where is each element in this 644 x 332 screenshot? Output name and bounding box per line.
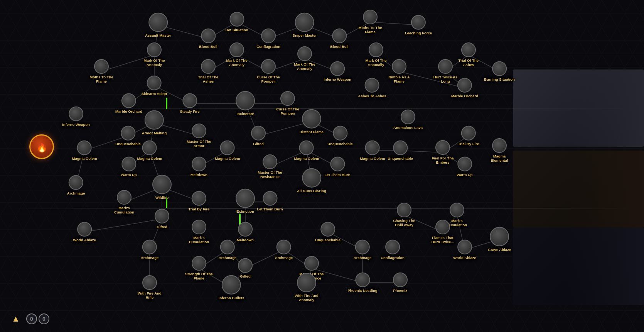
skill-node-moths-to-flame-1[interactable]: Moths To The Flame: [355, 10, 386, 34]
node-circle-magma-golem-2: [142, 141, 157, 155]
skill-node-master-armor[interactable]: Master Of The Armor: [184, 124, 214, 148]
skill-node-hot-situation[interactable]: Hot Situation: [225, 12, 248, 32]
node-label-distant-flame: Distant Flame: [300, 130, 324, 134]
node-circle-marks-cum-3: [450, 203, 464, 217]
skill-node-magma-golem-2[interactable]: Magma Golem: [137, 141, 162, 161]
skill-node-distant-flame[interactable]: Distant Flame: [300, 109, 324, 134]
skill-node-fuel-embers[interactable]: Fuel For The Embers: [427, 140, 458, 165]
skill-node-leeching-force[interactable]: Leeching Force: [405, 15, 432, 35]
node-label-warm-up-2: Warm Up: [457, 173, 472, 177]
skill-node-blood-boil-2[interactable]: Blood Boil: [330, 29, 349, 49]
skill-node-archmage-5[interactable]: Archmage: [354, 240, 371, 260]
class-icon[interactable]: 🔥: [29, 134, 54, 159]
class-points-display: 0 0: [26, 313, 49, 324]
skill-node-magma-golem-1[interactable]: Magma Golem: [72, 141, 97, 161]
skill-node-unquenchable-2[interactable]: Unquenchable: [327, 126, 352, 146]
skill-node-world-ablaze-2[interactable]: World Ablaze: [453, 240, 476, 260]
skill-node-marble-orchard-1[interactable]: Marble Orchard: [115, 93, 142, 113]
tempest-character: [513, 228, 644, 305]
node-label-blood-boil-1: Blood Boil: [199, 44, 217, 49]
skill-node-master-resistance-1[interactable]: Master Of The Resistance: [255, 154, 285, 179]
skill-node-let-them-burn-2[interactable]: Let Them Burn: [257, 191, 283, 211]
skill-node-wildfire[interactable]: Wildfire: [152, 175, 172, 200]
node-label-archmage-1: Archmage: [67, 191, 85, 195]
skill-node-trial-ashes-2[interactable]: Trial Of The Ashes: [193, 59, 224, 84]
skill-node-phoenix-nestling[interactable]: Phoenix Nestling: [347, 273, 377, 293]
node-circle-magma-golem-1: [77, 141, 92, 155]
skill-node-gifted-1[interactable]: Gifted: [251, 126, 266, 146]
skill-node-world-ablaze-1[interactable]: World Ablaze: [73, 222, 96, 242]
node-label-unquenchable-3: Unquenchable: [388, 156, 413, 161]
node-label-inferno-bullets: Inferno Bullets: [219, 296, 244, 300]
skill-node-warm-up-1[interactable]: Warm Up: [121, 157, 137, 177]
skill-node-mark-anomaly-2[interactable]: Mark Of The Anomaly: [221, 42, 252, 67]
skill-node-let-them-burn-1[interactable]: Let Them Burn: [324, 157, 350, 177]
skill-node-inferno-weapon-1[interactable]: Inferno Weapon: [324, 61, 351, 81]
skill-node-assault-master[interactable]: Assault Master: [145, 13, 171, 37]
node-circle-phoenix: [393, 273, 408, 287]
node-label-archmage-4: Archmage: [275, 256, 293, 260]
node-circle-mark-anomaly-3: [297, 46, 312, 61]
skill-node-mark-anomaly-1[interactable]: Mark Of The Anomaly: [139, 42, 170, 67]
skill-node-burning-situation[interactable]: Burning Situation: [484, 61, 515, 81]
skill-node-archmage-2[interactable]: Archmage: [141, 240, 158, 260]
node-label-gifted-2: Gifted: [157, 225, 167, 229]
skill-node-trial-by-fire-1[interactable]: Trial By Fire: [458, 126, 479, 146]
node-label-master-resistance-1: Master Of The Resistance: [255, 170, 285, 179]
skill-node-magma-golem-5[interactable]: Magma Golem: [360, 141, 385, 161]
skill-node-warm-up-2[interactable]: Warm Up: [457, 157, 472, 177]
skill-node-marks-cum-1[interactable]: Mark's Cumulation: [109, 190, 140, 215]
node-circle-archmage-1: [69, 175, 83, 190]
skill-node-phoenix[interactable]: Phoenix: [393, 273, 408, 293]
skill-node-gifted-2[interactable]: Gifted: [155, 209, 169, 229]
node-circle-inferno-bullets: [222, 275, 241, 295]
skill-node-magma-golem-3[interactable]: Magma Golem: [215, 141, 240, 161]
skill-node-sniper-master[interactable]: Sniper Master: [293, 13, 317, 37]
skill-node-nimble-flame[interactable]: Nimble As A Flame: [384, 59, 415, 84]
node-label-steady-fire: Steady Fire: [180, 109, 199, 113]
skill-node-steady-fire[interactable]: Steady Fire: [180, 93, 199, 113]
node-label-unquenchable-4: Unquenchable: [315, 238, 340, 242]
node-label-magma-golem-2: Magma Golem: [137, 156, 162, 161]
skill-node-moths-flame-2[interactable]: Moths To The Flame: [86, 59, 117, 84]
skill-node-anomalous-lava[interactable]: Anomalous Lava: [393, 110, 423, 130]
skill-node-mark-anomaly-3[interactable]: Mark Of The Anomaly: [289, 46, 320, 71]
skill-node-magma-elemental[interactable]: Magma Elemental: [484, 138, 515, 163]
skill-node-blood-boil-1[interactable]: Blood Boil: [199, 29, 217, 49]
node-label-hot-situation: Hot Situation: [225, 28, 248, 32]
skill-node-all-guns-blazing[interactable]: All Guns Blazing: [297, 168, 326, 193]
skill-node-strength-flame[interactable]: Strength Of The Flame: [184, 256, 214, 281]
skill-node-with-fire-rifle[interactable]: With Fire And Rifle: [134, 275, 165, 300]
skill-node-inferno-weapon-2[interactable]: Inferno Weapon: [62, 107, 90, 127]
skill-node-ashes-to-ashes[interactable]: Ashes To Ashes: [358, 78, 386, 98]
node-circle-flames-burn-twice: [435, 220, 450, 234]
skill-node-unquenchable-3[interactable]: Unquenchable: [388, 141, 413, 161]
skill-node-sidearm-adept[interactable]: Sidearm Adept: [142, 76, 167, 96]
skill-node-inferno-bullets[interactable]: Inferno Bullets: [219, 275, 244, 300]
skill-node-extinction[interactable]: Extinction: [236, 189, 255, 213]
skill-node-unquenchable-4[interactable]: Unquenchable: [315, 222, 340, 242]
node-circle-blood-boil-1: [201, 29, 216, 43]
skill-node-chasing-chill[interactable]: Chasing The Chill Away: [389, 203, 420, 227]
skill-node-archmage-3[interactable]: Archmage: [219, 240, 236, 260]
skill-node-armor-melting[interactable]: Armor Melting: [142, 110, 167, 135]
skill-node-trial-fire-2[interactable]: Trial By Fire: [189, 191, 209, 211]
skill-node-conflagration-2[interactable]: Conflagration: [381, 240, 405, 260]
skill-node-grave-ablaze[interactable]: Grave Ablaze: [488, 227, 511, 252]
node-label-nimble-flame: Nimble As A Flame: [384, 75, 415, 84]
skill-node-curse-pompeii-2[interactable]: Curse Of The Pompeii: [272, 91, 303, 116]
skill-node-archmage-4[interactable]: Archmage: [275, 240, 293, 260]
node-label-grave-ablaze: Grave Ablaze: [488, 247, 511, 252]
skill-node-marks-cum-2[interactable]: Mark's Cumulation: [184, 220, 214, 244]
skill-node-incinerate[interactable]: Incinerate: [236, 91, 255, 116]
skill-node-meltdown-1[interactable]: Meltdown: [191, 157, 207, 177]
node-label-let-them-burn-1: Let Them Burn: [324, 173, 350, 177]
skill-node-conflagration-1[interactable]: Conflagration: [256, 29, 280, 49]
skill-node-magma-golem-4[interactable]: Magma Golem: [294, 141, 319, 161]
skill-node-meltdown-2[interactable]: Meltdown: [237, 222, 254, 242]
node-label-marks-cum-1: Mark's Cumulation: [109, 206, 140, 215]
skill-node-archmage-1[interactable]: Archmage: [67, 175, 85, 195]
skill-node-marble-orchard-2[interactable]: Marble Orchard: [451, 78, 478, 98]
skill-node-curse-pompeii-1[interactable]: Curse Of The Pompeii: [253, 59, 284, 84]
skill-node-with-fire-anomaly[interactable]: With Fire And Anomaly: [291, 273, 322, 302]
